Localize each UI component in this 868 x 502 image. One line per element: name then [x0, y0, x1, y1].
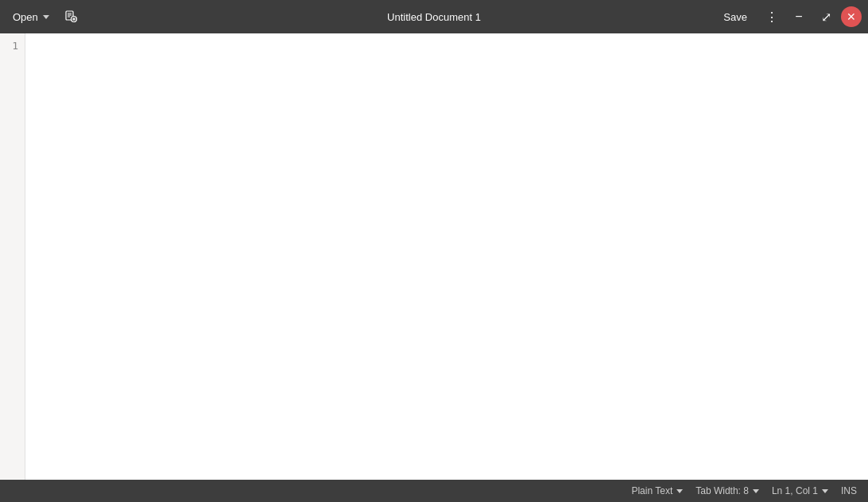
header-right: Save ⋮ − ⤢ ✕ [434, 5, 862, 29]
new-document-button[interactable] [59, 5, 83, 29]
cursor-position[interactable]: Ln 1, Col 1 [767, 482, 833, 500]
more-options-button[interactable]: ⋮ [760, 5, 784, 29]
editor-textarea[interactable] [25, 33, 868, 480]
line-number-1: 1 [6, 38, 18, 54]
statusbar: Plain Text Tab Width: 8 Ln 1, Col 1 INS [0, 480, 868, 502]
close-icon: ✕ [847, 10, 856, 23]
document-title: Untitled Document 1 [387, 11, 481, 23]
header-left: Open [6, 5, 434, 29]
header-toolbar: Open Untitled Document 1 Save ⋮ − [0, 0, 868, 33]
restore-icon: ⤢ [821, 10, 831, 25]
close-button[interactable]: ✕ [841, 6, 862, 27]
line-numbers: 1 [0, 33, 25, 480]
minimize-icon: − [795, 10, 802, 24]
tab-width-dropdown-icon [753, 489, 759, 493]
language-dropdown-icon [676, 489, 683, 493]
open-dropdown-arrow-icon [43, 15, 49, 19]
open-label: Open [13, 11, 38, 23]
cursor-dropdown-icon [822, 489, 828, 493]
open-button[interactable]: Open [6, 5, 56, 29]
tab-width-label: Tab Width: 8 [696, 485, 749, 496]
restore-button[interactable]: ⤢ [814, 5, 838, 29]
editor-container: 1 [0, 33, 868, 480]
ins-mode[interactable]: INS [836, 482, 862, 500]
save-button[interactable]: Save [714, 5, 757, 29]
language-selector[interactable]: Plain Text [626, 482, 688, 500]
ins-label: INS [841, 485, 857, 496]
tab-width-selector[interactable]: Tab Width: 8 [691, 482, 764, 500]
cursor-position-label: Ln 1, Col 1 [772, 485, 818, 496]
language-label: Plain Text [631, 485, 672, 496]
title-text: Untitled Document 1 [387, 11, 481, 23]
save-label: Save [723, 11, 747, 23]
new-doc-icon [64, 10, 77, 23]
more-icon: ⋮ [765, 10, 778, 25]
minimize-button[interactable]: − [787, 5, 811, 29]
